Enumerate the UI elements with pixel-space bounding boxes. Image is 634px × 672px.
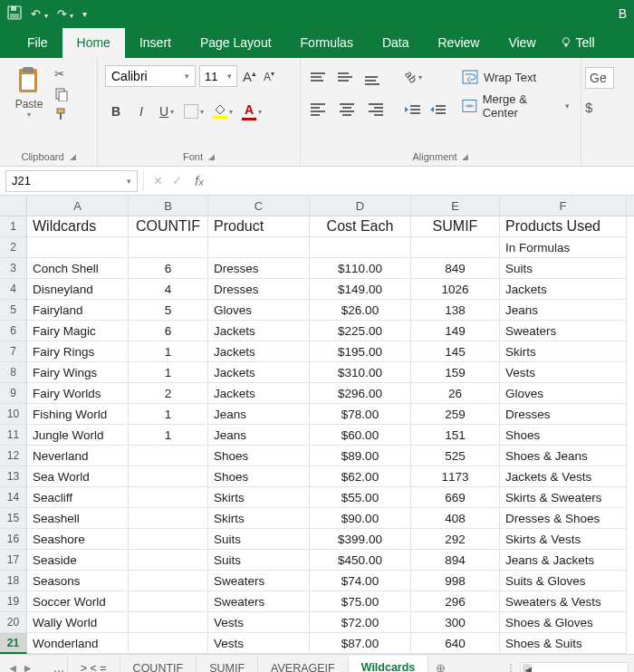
cell[interactable]: Jackets (500, 279, 627, 300)
tab-data[interactable]: Data (368, 28, 424, 58)
row-header[interactable]: 12 (0, 446, 27, 466)
sheet-tab-sumif[interactable]: SUMIF (197, 657, 258, 673)
sheet-tab-averageif[interactable]: AVERAGEIF (258, 657, 349, 673)
spreadsheet-grid[interactable]: A B C D E F 1WildcardsCOUNTIFProductCost… (0, 196, 634, 654)
row-header[interactable]: 20 (0, 612, 27, 633)
align-top-icon[interactable] (308, 65, 331, 89)
cell[interactable]: Wally World (27, 612, 129, 633)
formula-input[interactable] (213, 170, 634, 192)
format-painter-icon[interactable] (54, 107, 71, 121)
cell[interactable]: Gloves (208, 300, 310, 321)
cell[interactable]: Dresses & Shoes (500, 508, 627, 529)
cell[interactable]: Jackets (208, 341, 310, 362)
cell[interactable]: $72.00 (310, 612, 411, 633)
align-bottom-icon[interactable] (362, 65, 386, 89)
cell[interactable] (129, 237, 208, 258)
row-header[interactable]: 15 (0, 508, 27, 529)
undo-icon[interactable]: ↶ ▾ (31, 7, 48, 21)
cell[interactable]: Skirts & Sweaters (500, 487, 627, 508)
cell[interactable]: Product (208, 216, 310, 237)
cell[interactable]: Jeans (208, 425, 310, 446)
cell[interactable] (129, 571, 208, 591)
cell[interactable]: 159 (411, 362, 500, 383)
underline-button[interactable]: U▾ (156, 100, 178, 123)
cell[interactable]: Jungle World (27, 425, 129, 446)
cell[interactable]: 669 (411, 487, 500, 508)
cell[interactable]: Skirts (500, 341, 627, 362)
cell[interactable]: Suits (500, 258, 627, 279)
formula-cancel-icon[interactable]: ✕ (153, 174, 163, 187)
row-header[interactable]: 5 (0, 300, 27, 321)
cell[interactable]: Jeans (208, 404, 310, 425)
tab-review[interactable]: Review (424, 28, 495, 58)
col-header-C[interactable]: C (208, 196, 310, 216)
row-header[interactable]: 3 (0, 258, 27, 279)
cell[interactable]: $110.00 (310, 258, 411, 279)
cell[interactable]: 2 (129, 383, 208, 404)
row-header[interactable]: 16 (0, 529, 27, 550)
cell[interactable]: 6 (129, 258, 208, 279)
cell[interactable] (27, 237, 129, 258)
sheet-tab-countif[interactable]: COUNTIF (120, 657, 197, 673)
cell[interactable]: 138 (411, 300, 500, 321)
cell[interactable]: Soccer World (27, 591, 129, 612)
wrap-text-button[interactable]: Wrap Text (458, 65, 573, 89)
cell[interactable]: $90.00 (310, 508, 411, 529)
cell[interactable] (129, 529, 208, 550)
qat-customize-icon[interactable]: ▾ (82, 9, 87, 19)
cell[interactable] (310, 237, 411, 258)
cell[interactable]: 26 (411, 383, 500, 404)
cell[interactable]: $89.00 (310, 446, 411, 466)
cell[interactable]: 640 (411, 633, 500, 654)
decrease-indent-icon[interactable] (402, 98, 424, 121)
cell[interactable]: COUNTIF (129, 216, 208, 237)
save-icon[interactable] (7, 5, 22, 23)
font-size-combo[interactable]: 11▾ (199, 65, 237, 87)
cell[interactable]: Sweaters & Vests (500, 591, 627, 612)
cell[interactable]: Suits (208, 550, 310, 571)
cell[interactable]: Skirts (208, 508, 310, 529)
tab-file[interactable]: File (13, 28, 62, 58)
cell[interactable]: Wonderland (27, 633, 129, 654)
cell[interactable]: Jackets (208, 383, 310, 404)
cell[interactable]: Disneyland (27, 279, 129, 300)
col-header-B[interactable]: B (129, 196, 208, 216)
cell[interactable]: $225.00 (310, 321, 411, 341)
sheet-tab-ellipsis[interactable]: … (41, 657, 68, 673)
cell[interactable]: $296.00 (310, 383, 411, 404)
cell[interactable]: 5 (129, 300, 208, 321)
cell[interactable]: Shoes & Gloves (500, 612, 627, 633)
cell[interactable] (129, 633, 208, 654)
cell[interactable]: Neverland (27, 446, 129, 466)
decrease-font-icon[interactable]: A▾ (262, 70, 276, 83)
cell[interactable]: $78.00 (310, 404, 411, 425)
cell[interactable]: Vests (208, 633, 310, 654)
tab-view[interactable]: View (494, 28, 550, 58)
name-box[interactable]: J21 ▾ (5, 170, 138, 192)
cell[interactable]: Fairy Magic (27, 321, 129, 341)
cell[interactable]: 525 (411, 446, 500, 466)
name-box-dropdown-icon[interactable]: ▾ (127, 177, 131, 186)
cell[interactable]: 259 (411, 404, 500, 425)
cell[interactable]: Dresses (500, 404, 627, 425)
cell[interactable]: $310.00 (310, 362, 411, 383)
clipboard-dialog-launcher-icon[interactable]: ◢ (70, 152, 76, 161)
cell[interactable]: Dresses (208, 258, 310, 279)
align-middle-icon[interactable] (335, 65, 359, 89)
cell[interactable]: $62.00 (310, 466, 411, 487)
row-header[interactable]: 14 (0, 487, 27, 508)
cell[interactable]: 292 (411, 529, 500, 550)
cell[interactable]: $75.00 (310, 591, 411, 612)
cell[interactable]: Wildcards (27, 216, 129, 237)
tab-home[interactable]: Home (62, 28, 125, 58)
row-header[interactable]: 8 (0, 362, 27, 383)
cell[interactable]: Skirts (208, 487, 310, 508)
cell[interactable]: 6 (129, 321, 208, 341)
col-header-F[interactable]: F (500, 196, 627, 216)
cell[interactable]: Vests (208, 612, 310, 633)
cell[interactable]: In Formulas (500, 237, 627, 258)
cell[interactable]: Jackets (208, 362, 310, 383)
cell[interactable]: Jeans (500, 300, 627, 321)
sheet-nav-next-icon[interactable]: ► (22, 662, 33, 673)
cell[interactable]: Fairyland (27, 300, 129, 321)
